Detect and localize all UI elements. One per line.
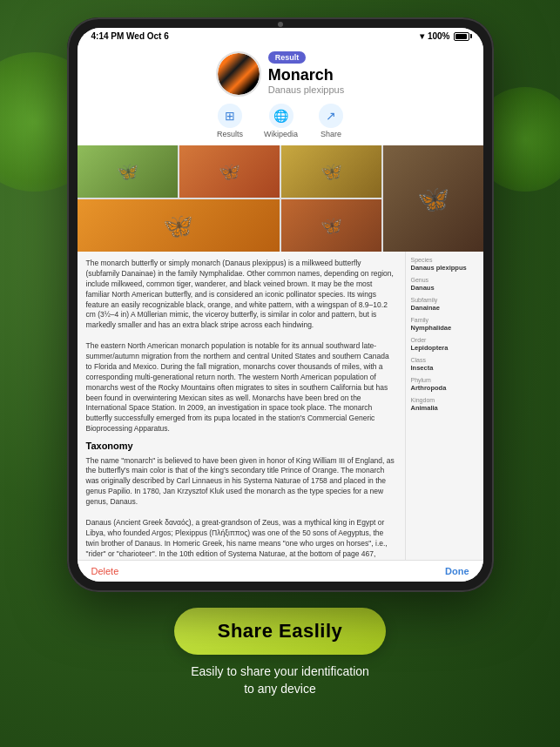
paragraph-1: The monarch butterfly or simply monarch … — [86, 259, 396, 331]
paragraph-2: The eastern North American monarch popul… — [86, 341, 396, 434]
sidebar-kingdom: Kingdom Animalia — [411, 397, 478, 412]
sidebar-class-label: Class — [411, 357, 478, 363]
ipad-device: 4:14 PM Wed Oct 6 ▾ 100% Result Monarch … — [67, 17, 494, 592]
share-easily-button[interactable]: Share Easlily — [174, 608, 386, 655]
share-icon: ↗ — [319, 104, 343, 128]
paragraph-4: Danaus (Ancient Greek δαναός), a great-g… — [86, 518, 396, 560]
header-section: Result Monarch Danaus plexippus ⊞ Result… — [78, 44, 483, 145]
image-2 — [179, 145, 280, 198]
sidebar-species: Species Danaus plexippus — [411, 257, 478, 272]
share-label: Share — [320, 130, 341, 138]
bottom-bar: Delete Done — [78, 560, 483, 582]
done-button[interactable]: Done — [445, 566, 469, 576]
paragraph-3: The name "monarch" is believed to have b… — [86, 456, 396, 508]
sidebar-class: Class Insecta — [411, 357, 478, 372]
status-bar: 4:14 PM Wed Oct 6 ▾ 100% — [78, 28, 483, 44]
main-content: The monarch butterfly or simply monarch … — [78, 252, 405, 560]
image-5 — [78, 199, 280, 252]
sidebar: Species Danaus plexippus Genus Danaus Su… — [405, 252, 483, 560]
share-desc-line2: to any device — [244, 682, 316, 696]
sidebar-order: Order Lepidoptera — [411, 337, 478, 352]
sidebar-phylum-label: Phylum — [411, 377, 478, 383]
sidebar-class-value: Insecta — [411, 364, 434, 372]
sidebar-phylum: Phylum Arthropoda — [411, 377, 478, 392]
battery-icon — [454, 32, 469, 41]
results-action[interactable]: ⊞ Results — [217, 104, 243, 138]
share-action[interactable]: ↗ Share — [319, 104, 343, 138]
sidebar-subfamily: Subfamily Danainae — [411, 297, 478, 312]
sidebar-order-value: Lepidoptera — [411, 344, 449, 352]
species-common-name: Monarch — [268, 67, 334, 84]
image-6 — [281, 199, 381, 252]
wikipedia-label: Wikipedia — [264, 130, 298, 138]
image-grid — [78, 145, 483, 252]
sidebar-family-label: Family — [411, 317, 478, 323]
image-4 — [383, 145, 483, 252]
sidebar-phylum-value: Arthropoda — [411, 384, 447, 392]
share-desc-line1: Easily to share your identification — [191, 664, 369, 678]
image-1 — [78, 145, 178, 198]
avatar — [216, 51, 261, 97]
wikipedia-icon: 🌐 — [269, 104, 293, 128]
sidebar-genus-value: Danaus — [411, 284, 435, 292]
ipad-screen: 4:14 PM Wed Oct 6 ▾ 100% Result Monarch … — [78, 28, 483, 582]
battery-percent: 100% — [428, 31, 450, 41]
action-icons: ⊞ Results 🌐 Wikipedia ↗ Share — [217, 104, 343, 138]
camera-dot — [278, 22, 283, 27]
sidebar-species-label: Species — [411, 257, 478, 263]
content-area: The monarch butterfly or simply monarch … — [78, 252, 483, 560]
sidebar-species-value: Danaus plexippus — [411, 264, 467, 272]
sidebar-family-value: Nymphalidae — [411, 324, 452, 332]
species-latin-name: Danaus plexippus — [268, 84, 344, 95]
share-section: Share Easlily Easily to share your ident… — [157, 592, 403, 706]
result-badge: Result — [268, 51, 307, 64]
status-time: 4:14 PM Wed Oct 6 — [91, 31, 169, 41]
results-icon: ⊞ — [218, 104, 242, 128]
sidebar-genus: Genus Danaus — [411, 277, 478, 292]
sidebar-genus-label: Genus — [411, 277, 478, 283]
image-3 — [281, 145, 381, 198]
taxonomy-title: Taxonomy — [86, 440, 396, 453]
sidebar-subfamily-label: Subfamily — [411, 297, 478, 303]
sidebar-kingdom-value: Animalia — [411, 404, 438, 412]
delete-button[interactable]: Delete — [91, 566, 119, 576]
avatar-image — [218, 53, 260, 95]
battery-fill — [455, 34, 467, 39]
sidebar-kingdom-label: Kingdom — [411, 397, 478, 403]
wifi-icon: ▾ — [420, 31, 424, 41]
status-right: ▾ 100% — [420, 31, 469, 41]
sidebar-subfamily-value: Danainae — [411, 304, 440, 312]
results-label: Results — [217, 130, 243, 138]
wikipedia-action[interactable]: 🌐 Wikipedia — [264, 104, 298, 138]
sidebar-family: Family Nymphalidae — [411, 317, 478, 332]
share-description: Easily to share your identification to a… — [191, 663, 369, 697]
sidebar-order-label: Order — [411, 337, 478, 343]
